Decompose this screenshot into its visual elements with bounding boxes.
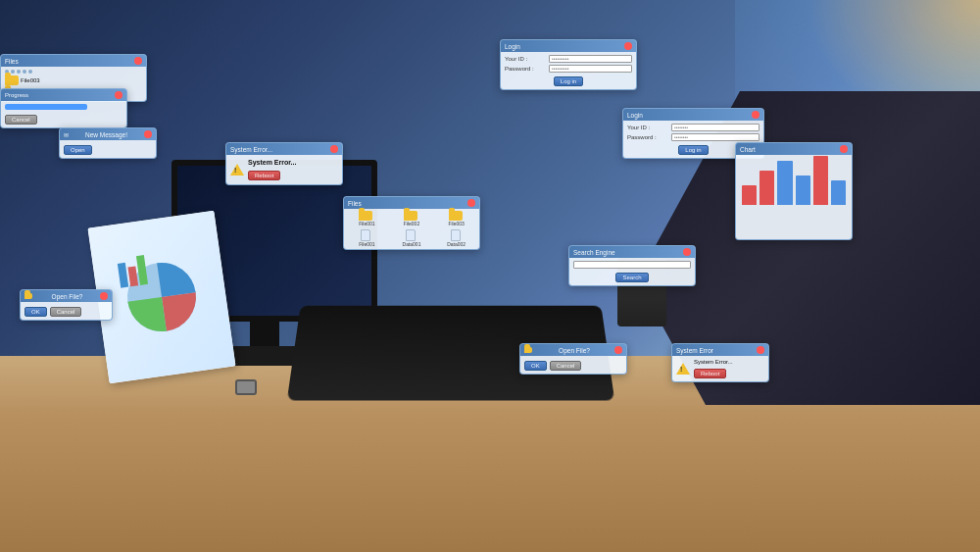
svg-rect-1 bbox=[118, 263, 128, 288]
openfile1-title: Open File? bbox=[52, 293, 83, 300]
error2-content: System Error... Reboot bbox=[672, 356, 768, 381]
folder-icon-file001 bbox=[359, 211, 372, 221]
bar-3 bbox=[777, 161, 792, 205]
search-input[interactable] bbox=[573, 261, 691, 269]
chart-bars bbox=[740, 158, 848, 207]
message-window-title: New Message! bbox=[85, 131, 127, 138]
openfile1-close[interactable] bbox=[100, 292, 108, 300]
openfile2-close[interactable] bbox=[614, 346, 622, 354]
cancel-window: Progress Cancel bbox=[0, 88, 127, 128]
file-cell-1: File001 bbox=[346, 211, 388, 226]
file-explorer-window: Files File001 File002 File003 File001 Da… bbox=[343, 196, 480, 250]
progress-bar bbox=[5, 104, 87, 110]
login-window-1: Login Your ID : •••••••••• Password : ••… bbox=[500, 39, 637, 90]
files-titlebar: Files bbox=[344, 197, 479, 209]
error2-text-area: System Error... Reboot bbox=[694, 359, 733, 378]
folder-icon-1 bbox=[5, 75, 19, 85]
wrist-watch bbox=[235, 379, 257, 395]
login1-pw-label: Password : bbox=[505, 66, 549, 72]
dots-decoration bbox=[5, 70, 142, 74]
file-label-4: File001 bbox=[359, 241, 374, 247]
search-submit-button[interactable]: Search bbox=[615, 273, 648, 282]
file-cell-4: File001 bbox=[346, 229, 388, 247]
login2-id-input[interactable]: •••••••• bbox=[671, 124, 760, 131]
error2-title: System Error bbox=[676, 347, 713, 354]
openfile2-titlebar: Open File? bbox=[520, 344, 626, 356]
error2-close[interactable] bbox=[757, 346, 764, 354]
error2-titlebar: System Error bbox=[672, 344, 768, 356]
bar-2 bbox=[760, 171, 774, 205]
reboot-button-1[interactable]: Reboot bbox=[248, 171, 280, 180]
login1-id-input[interactable]: •••••••••• bbox=[549, 55, 632, 63]
error1-content: System Error... Reboot bbox=[226, 155, 342, 184]
error1-message: System Error... bbox=[248, 159, 296, 166]
login1-titlebar: Login bbox=[501, 40, 636, 52]
chart-title: Chart bbox=[740, 146, 756, 153]
open-file-window-1: Open File? OK Cancel bbox=[20, 289, 113, 321]
login2-id-dots: •••••••• bbox=[674, 125, 688, 130]
error1-text-area: System Error... Reboot bbox=[248, 159, 296, 180]
error1-close[interactable] bbox=[330, 145, 338, 153]
chart-close[interactable] bbox=[840, 145, 848, 153]
folder-icon-file003 bbox=[449, 211, 463, 221]
folder-window-topleft-title: Files bbox=[5, 58, 19, 65]
search-engine-window: Search Engine Search bbox=[568, 245, 696, 286]
bar-1 bbox=[742, 185, 757, 205]
file-label-5: Data001 bbox=[403, 241, 421, 247]
openfile2-cancel-button[interactable]: Cancel bbox=[550, 361, 582, 371]
openfile1-cancel-button[interactable]: Cancel bbox=[50, 307, 82, 317]
file-cell-6: Data002 bbox=[435, 229, 477, 247]
login1-submit-button[interactable]: Log in bbox=[554, 76, 583, 86]
folder-label-1: File003 bbox=[21, 77, 40, 83]
file-label-1: File001 bbox=[359, 221, 374, 226]
error1-titlebar: System Error... bbox=[226, 143, 342, 155]
system-error-window-2: System Error System Error... Reboot bbox=[671, 343, 769, 382]
login2-pw-dots: •••••••• bbox=[674, 134, 688, 140]
bar-6 bbox=[831, 180, 846, 205]
login1-id-row: Your ID : •••••••••• bbox=[505, 55, 632, 63]
login1-content: Your ID : •••••••••• Password : ••••••••… bbox=[501, 52, 636, 89]
error2-message: System Error... bbox=[694, 359, 733, 365]
openfile1-ok-button[interactable]: OK bbox=[24, 307, 47, 317]
svg-rect-2 bbox=[127, 266, 138, 286]
message-open-button[interactable]: Open bbox=[64, 145, 92, 155]
openfile2-ok-button[interactable]: OK bbox=[524, 361, 547, 371]
openfile1-content: OK Cancel bbox=[21, 302, 112, 320]
cancel-window-content: Cancel bbox=[1, 101, 126, 127]
folder-item-file003: File003 bbox=[5, 75, 142, 85]
login1-close[interactable] bbox=[624, 42, 632, 50]
search-title: Search Engine bbox=[573, 249, 615, 256]
cancel-button[interactable]: Cancel bbox=[5, 115, 37, 125]
openfile2-content: OK Cancel bbox=[520, 356, 626, 374]
bar-4 bbox=[796, 176, 810, 205]
file-label-3: File003 bbox=[448, 221, 464, 226]
reboot-button-2[interactable]: Reboot bbox=[694, 369, 726, 378]
message-icon: ✉ bbox=[64, 131, 69, 138]
login1-pw-input[interactable]: •••••••••• bbox=[549, 65, 632, 73]
message-window-close[interactable] bbox=[144, 130, 152, 138]
login1-pw-row: Password : •••••••••• bbox=[505, 65, 632, 73]
login2-close[interactable] bbox=[752, 111, 760, 119]
cancel-window-titlebar: Progress bbox=[1, 89, 126, 101]
login2-pw-row: Password : •••••••• bbox=[627, 133, 760, 141]
login2-pw-input[interactable]: •••••••• bbox=[671, 133, 760, 141]
login2-title: Login bbox=[627, 112, 643, 119]
files-title: Files bbox=[348, 200, 362, 207]
files-close[interactable] bbox=[467, 199, 475, 207]
login2-id-label: Your ID : bbox=[627, 125, 671, 130]
login2-submit-button[interactable]: Log in bbox=[678, 145, 708, 155]
login1-id-dots: •••••••••• bbox=[552, 56, 569, 62]
dot5 bbox=[28, 70, 32, 74]
search-content: Search bbox=[569, 258, 695, 285]
files-grid: File001 File002 File003 File001 Data001 … bbox=[344, 209, 479, 249]
chart-window: Chart bbox=[735, 142, 853, 240]
warning-icon-1 bbox=[230, 164, 244, 176]
open-file-window-2: Open File? OK Cancel bbox=[519, 343, 627, 375]
cancel-window-close[interactable] bbox=[115, 91, 122, 99]
bar-5 bbox=[813, 156, 828, 205]
search-close[interactable] bbox=[683, 248, 691, 256]
folder-window-topleft-close[interactable] bbox=[134, 57, 142, 65]
openfile1-titlebar: Open File? bbox=[21, 290, 112, 302]
chart-titlebar: Chart bbox=[736, 143, 852, 155]
folder-window-topleft-titlebar: Files bbox=[1, 55, 146, 67]
